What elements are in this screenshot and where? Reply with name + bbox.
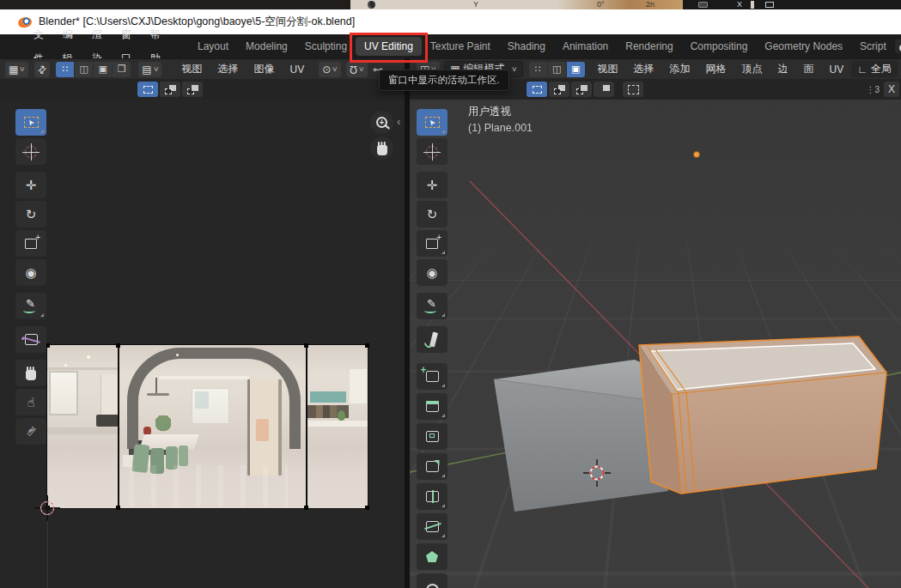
tool-rip-region[interactable] (15, 326, 46, 353)
intersect-icon (599, 85, 610, 94)
uv-vertex[interactable] (116, 343, 120, 348)
vp-menu-select[interactable]: 选择 (626, 62, 662, 76)
tab-sculpting[interactable]: Sculpting (296, 37, 356, 56)
vp-menu-add[interactable]: 添加 (662, 62, 698, 76)
tab-modeling[interactable]: Modeling (237, 37, 296, 56)
select-extend-button[interactable] (549, 82, 569, 97)
bevel-icon (426, 461, 439, 472)
uv-select-mode-edge[interactable]: ◫ (75, 62, 93, 77)
tool-rotate[interactable]: ↻ (15, 201, 46, 227)
tool-annotate[interactable]: ✎ (15, 293, 46, 319)
tool-spin[interactable] (417, 573, 447, 588)
blender-menu-icon[interactable] (17, 42, 19, 52)
select-mode-vertex[interactable]: ∷ (529, 62, 547, 77)
pivot-point-dropdown[interactable]: ⊙∨ (319, 62, 341, 77)
x-mirror-button[interactable]: X (884, 82, 899, 97)
uv-editor-canvas[interactable]: ➤ ✛ ↻ + ◉ ✎ ☝ ✌ + ‹ (0, 100, 405, 588)
extend-icon (165, 85, 176, 94)
light-object[interactable] (693, 151, 699, 157)
editor-type-button[interactable]: ▦∨ (5, 62, 28, 77)
sidebar-collapse-arrow[interactable]: ‹ (397, 115, 400, 128)
tab-animation[interactable]: Animation (554, 37, 617, 56)
tool-transform[interactable]: ◉ (15, 259, 46, 286)
tool-relax[interactable]: ☝ (15, 389, 46, 415)
fallback-tool-button[interactable] (623, 82, 643, 97)
uv-2d-cursor[interactable] (38, 499, 57, 518)
tool-scale[interactable]: + (417, 230, 447, 257)
uv-menu-view[interactable]: 视图 (174, 62, 210, 76)
tool-move[interactable]: ✛ (15, 172, 46, 198)
uv-select-mode-face[interactable]: ▣ (94, 62, 112, 77)
uv-vertex[interactable] (304, 343, 308, 348)
select-subtract-button[interactable] (571, 82, 592, 97)
move-icon: ✛ (427, 178, 438, 193)
vp-menu-face[interactable]: 面 (796, 62, 822, 76)
tab-rendering[interactable]: Rendering (617, 37, 681, 56)
select-new-button[interactable] (527, 82, 547, 97)
scene-selector[interactable]: ∨ (895, 39, 901, 53)
photo-chandelier-rod (155, 378, 157, 395)
tab-geometry-nodes[interactable]: Geometry Nodes (756, 37, 851, 56)
uv-vertex[interactable] (116, 506, 120, 510)
tool-select-box[interactable]: ➤ (15, 109, 46, 136)
tool-measure[interactable] (417, 326, 447, 353)
pan-button[interactable] (370, 136, 393, 160)
tool-transform[interactable]: ◉ (417, 259, 447, 286)
tool-extrude-region[interactable] (417, 393, 447, 420)
select-subtract-button[interactable] (182, 82, 203, 97)
vp-menu-uv[interactable]: UV (822, 64, 852, 76)
tab-texture-paint[interactable]: Texture Paint (422, 37, 499, 56)
uv-edge[interactable] (118, 345, 119, 508)
tab-compositing[interactable]: Compositing (682, 37, 757, 56)
tool-knife[interactable] (417, 513, 447, 540)
snap-dropdown[interactable]: Ω∨ (346, 62, 368, 77)
uv-menu-uv[interactable]: UV (282, 64, 312, 76)
uv-select-mode-vertex[interactable]: ∷ (56, 62, 74, 77)
uv-vertex[interactable] (365, 343, 369, 348)
uv-vertex[interactable] (365, 506, 369, 510)
tool-2d-cursor[interactable] (15, 138, 46, 165)
tool-pinch[interactable]: ✌ (15, 418, 46, 445)
tool-select-box[interactable]: ➤ (417, 109, 447, 136)
uv-menu-select[interactable]: 选择 (210, 62, 246, 76)
tool-cursor[interactable] (417, 138, 447, 165)
tab-script[interactable]: Script (851, 37, 895, 56)
tool-loop-cut[interactable] (417, 483, 447, 510)
tool-rotate[interactable]: ↻ (417, 201, 447, 227)
vp-menu-mesh[interactable]: 网格 (698, 62, 734, 76)
tool-scale[interactable]: + (15, 230, 46, 257)
tab-shading[interactable]: Shading (499, 37, 554, 56)
sync-icon: ⇄ (35, 62, 50, 76)
select-mode-face[interactable]: ▣ (567, 62, 585, 77)
tab-uv-editing[interactable]: UV Editing (356, 37, 422, 56)
vp-menu-vertex[interactable]: 顶点 (734, 62, 770, 76)
tool-bevel[interactable] (417, 453, 447, 480)
viewport-canvas[interactable]: 用户透视 (1) Plane.001 ➤ ✛ ↻ + ◉ ✎ + (410, 100, 901, 588)
tool-move[interactable]: ✛ (417, 172, 447, 198)
uv-image[interactable] (47, 345, 368, 508)
uv-select-mode-island[interactable]: ❒ (113, 62, 131, 77)
tool-add-cube[interactable]: + (417, 363, 447, 390)
snap-badge[interactable]: ⋮3 (866, 85, 880, 94)
photo-ceiling-lamp (176, 354, 179, 356)
transform-orientation-dropdown[interactable]: ∟全局 (851, 61, 898, 77)
sticky-selection-dropdown[interactable]: ▤∨ (138, 62, 161, 77)
uv-edge[interactable] (306, 345, 307, 508)
uv-menu-image[interactable]: 图像 (246, 62, 282, 76)
select-new-button[interactable] (137, 82, 158, 97)
select-extend-button[interactable] (160, 82, 180, 97)
select-intersect-button[interactable] (594, 82, 614, 97)
vp-menu-edge[interactable]: 边 (770, 62, 796, 76)
zoom-button[interactable]: + (370, 111, 393, 134)
select-mode-edge[interactable]: ◫ (548, 62, 566, 77)
tool-annotate[interactable]: ✎ (417, 293, 447, 319)
uv-sync-selection-toggle[interactable]: ⇄ (34, 62, 50, 77)
blender-window: { "window": { "title": "Blender* [C:\\Us… (0, 0, 901, 588)
tab-layout[interactable]: Layout (189, 37, 237, 56)
viewport-scene[interactable] (410, 100, 901, 588)
vp-menu-view[interactable]: 视图 (590, 62, 626, 76)
tool-grab[interactable] (15, 360, 46, 386)
tool-inset-faces[interactable] (417, 423, 447, 450)
tool-poly-build[interactable] (417, 543, 447, 570)
uv-vertex[interactable] (304, 506, 308, 510)
